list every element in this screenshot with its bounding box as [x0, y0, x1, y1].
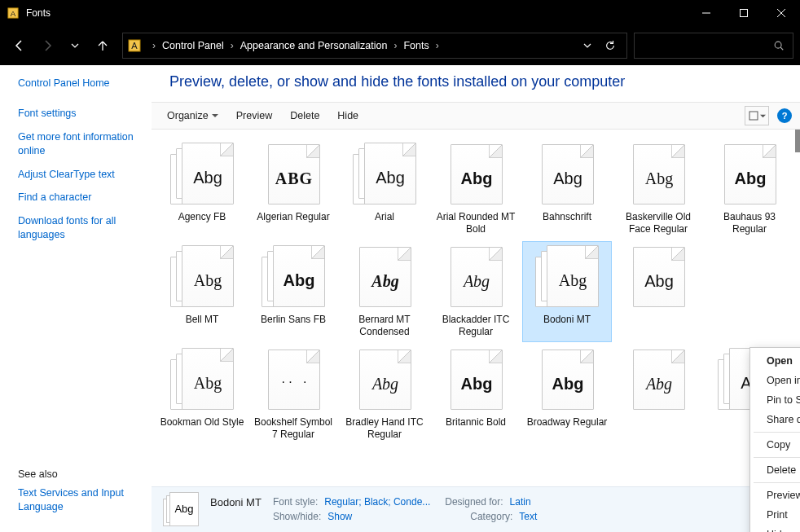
- chevron-right-icon[interactable]: ›: [431, 40, 444, 51]
- font-thumbnail: Abg: [353, 245, 416, 309]
- organize-button[interactable]: Organize: [160, 107, 226, 125]
- details-label: Show/hide:: [273, 511, 321, 523]
- font-item[interactable]: AbgBaskerville Old Face Regular: [614, 139, 702, 239]
- sidebar-link[interactable]: Find a character: [18, 191, 152, 204]
- sidebar-link[interactable]: Text Services and Input Language: [18, 486, 152, 514]
- maximize-button[interactable]: [725, 0, 763, 26]
- sidebar: Control Panel Home Font settings Get mor…: [0, 65, 152, 532]
- search-box[interactable]: [634, 33, 793, 59]
- font-item[interactable]: AbgBell MT: [158, 242, 246, 341]
- details-value: Regular; Black; Conde...: [324, 496, 438, 508]
- font-item[interactable]: AbgArial Rounded MT Bold: [432, 139, 520, 239]
- sidebar-link[interactable]: Adjust ClearType text: [18, 168, 152, 182]
- location-icon: A: [128, 39, 141, 52]
- details-pane: Abg Bodoni MT Font style: Regular; Black…: [152, 486, 800, 532]
- close-button[interactable]: [763, 0, 800, 26]
- breadcrumb-item[interactable]: Fonts: [402, 40, 430, 51]
- font-label: Bell MT: [186, 314, 219, 326]
- font-thumbnail: Abg: [444, 143, 508, 206]
- history-dropdown-button[interactable]: [576, 34, 599, 57]
- ctx-copy[interactable]: Copy: [752, 435, 800, 455]
- font-sample: ABG: [269, 169, 319, 188]
- font-label: Bookman Old Style: [160, 416, 244, 429]
- sidebar-link[interactable]: Download fonts for all languages: [18, 214, 152, 242]
- preview-button[interactable]: Preview: [229, 107, 279, 125]
- font-item[interactable]: AbgBahnschrift: [523, 139, 611, 239]
- font-item[interactable]: AbgBodoni MT: [523, 242, 611, 341]
- font-label: Bodoni MT: [543, 314, 591, 326]
- font-item[interactable]: AbgBernard MT Condensed: [341, 242, 429, 341]
- font-label: Bernard MT Condensed: [342, 314, 427, 338]
- ctx-open-new-window[interactable]: Open in new window: [752, 371, 800, 390]
- titlebar: A Fonts: [0, 0, 800, 26]
- chevron-right-icon[interactable]: ›: [226, 40, 239, 51]
- refresh-button[interactable]: [599, 34, 622, 57]
- font-sample: Abg: [725, 169, 776, 188]
- ctx-open[interactable]: Open: [752, 351, 800, 371]
- scrollbar-thumb[interactable]: [795, 130, 800, 152]
- control-panel-home-link[interactable]: Control Panel Home: [18, 77, 152, 90]
- app-icon: A: [7, 7, 20, 20]
- font-item[interactable]: AbgBlackadder ITC Regular: [432, 242, 520, 341]
- font-thumbnail: Abg: [353, 143, 416, 206]
- font-item[interactable]: AbgBradley Hand ITC Regular: [341, 345, 429, 444]
- font-item[interactable]: AbgAgency FB: [158, 139, 246, 239]
- font-sample: Abg: [547, 271, 598, 290]
- details-value: Show: [327, 511, 442, 523]
- font-item[interactable]: AbgBrush Script MT Italic: [614, 345, 702, 444]
- details-value: Latin: [510, 496, 531, 508]
- chevron-right-icon[interactable]: ›: [147, 40, 160, 51]
- content-area: Preview, delete, or show and hide the fo…: [152, 65, 800, 532]
- font-label: Bradley Hand ITC Regular: [342, 416, 427, 441]
- hide-button[interactable]: Hide: [330, 107, 366, 125]
- font-thumbnail: Abg: [535, 245, 599, 309]
- minimize-button[interactable]: [688, 0, 725, 26]
- delete-button[interactable]: Delete: [283, 107, 327, 125]
- recent-locations-button[interactable]: [62, 33, 88, 59]
- details-font-name: Bodoni MT: [210, 496, 262, 508]
- breadcrumb-item[interactable]: Control Panel: [160, 40, 226, 51]
- font-item[interactable]: AbgBroadway Regular: [523, 345, 611, 444]
- font-thumbnail: · · ·: [262, 348, 325, 411]
- breadcrumb-item[interactable]: Appearance and Personalization: [239, 40, 389, 51]
- font-sample: Abg: [365, 169, 415, 187]
- view-options-button[interactable]: [745, 106, 769, 125]
- font-thumbnail: Abg: [170, 143, 234, 206]
- chevron-right-icon[interactable]: ›: [389, 40, 402, 51]
- back-button[interactable]: [7, 33, 33, 59]
- ctx-pin-to-start[interactable]: Pin to Start: [752, 390, 800, 410]
- font-sample: Abg: [451, 169, 502, 188]
- font-sample: Abg: [634, 375, 684, 394]
- font-item[interactable]: AbgArial: [341, 139, 429, 239]
- font-sample: · · ·: [269, 375, 319, 389]
- ctx-print[interactable]: Print: [752, 505, 800, 525]
- font-sample: Abg: [634, 169, 684, 188]
- details-value: Text: [519, 511, 537, 523]
- font-label: Blackadder ITC Regular: [433, 314, 518, 338]
- ctx-preview[interactable]: Preview: [752, 486, 800, 505]
- font-sample: Abg: [274, 271, 324, 290]
- ctx-hide[interactable]: Hide: [752, 525, 800, 532]
- sidebar-link[interactable]: Font settings: [18, 107, 152, 121]
- help-button[interactable]: ?: [777, 108, 792, 123]
- font-thumbnail: Abg: [444, 348, 508, 411]
- font-item[interactable]: Abg: [614, 242, 702, 341]
- sidebar-link[interactable]: Get more font information online: [18, 130, 152, 158]
- font-item[interactable]: AbgBookman Old Style: [158, 345, 246, 444]
- font-thumbnail: Abg: [170, 348, 234, 411]
- forward-button[interactable]: [34, 33, 60, 59]
- details-label: Designed for:: [445, 496, 503, 508]
- font-grid: AbgAgency FBABGAlgerian RegularAbgArialA…: [152, 130, 800, 454]
- address-bar[interactable]: A › Control Panel › Appearance and Perso…: [122, 33, 627, 59]
- ctx-delete[interactable]: Delete: [752, 460, 800, 480]
- font-item[interactable]: AbgBauhaus 93 Regular: [705, 139, 793, 239]
- up-button[interactable]: [90, 33, 116, 59]
- font-item[interactable]: AbgBritannic Bold: [432, 345, 520, 444]
- svg-text:A: A: [131, 41, 138, 51]
- font-item[interactable]: ABGAlgerian Regular: [249, 139, 337, 239]
- font-item[interactable]: AbgBerlin Sans FB: [249, 242, 337, 341]
- ctx-share-on[interactable]: Share on❯: [752, 410, 800, 429]
- search-icon: [773, 40, 785, 51]
- details-thumbnail: Abg: [163, 492, 199, 528]
- font-item[interactable]: · · ·Bookshelf Symbol 7 Regular: [249, 345, 337, 444]
